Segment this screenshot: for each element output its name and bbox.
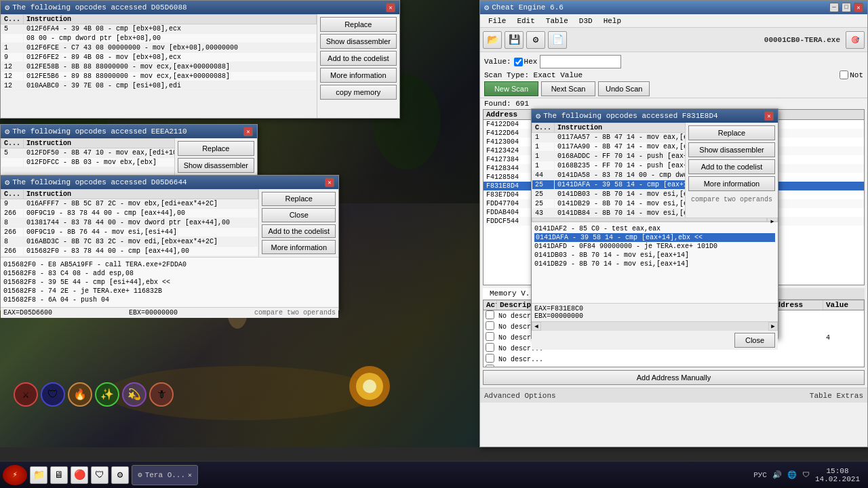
scroll-left-btn[interactable]: ◀ [532, 322, 541, 331]
close-button-4[interactable]: Close [734, 333, 775, 348]
toolbar-btn-4[interactable]: 📄 [548, 31, 567, 49]
new-scan-button[interactable]: New Scan [484, 81, 538, 96]
table-row[interactable]: 250141DB03 - 8B 70 14 - mov esi,[eax+14] [532, 190, 685, 199]
table-row[interactable]: 5012F6FA4 - 39 4B 08 - cmp [ebx+08],ecx [1, 24, 317, 34]
add-to-codelist-button-1[interactable]: Add to the codelist [320, 51, 397, 66]
table-row[interactable]: 430141DB84 - 8B 70 14 - mov esi,[eax+14] [532, 209, 685, 218]
replace-button-1[interactable]: Replace [320, 17, 397, 32]
svg-point-0 [105, 366, 376, 420]
table-row[interactable]: 10117AA90 - 8B 47 14 - mov eax,[edi+14] [532, 142, 685, 152]
advanced-options-btn[interactable]: Advanced Options [484, 392, 556, 400]
ce-close-btn[interactable]: ✕ [854, 3, 863, 12]
table-row[interactable]: 012FDFCC - 8B 03 - mov ebx,[ebx] [1, 158, 174, 167]
active-checkbox[interactable] [486, 343, 494, 352]
opcode-window-1-close[interactable]: ✕ [386, 3, 395, 12]
table-row[interactable]: 26600F9C19 - 8B 76 44 - mov esi,[esi+44] [1, 228, 258, 237]
network-icon[interactable]: 🌐 [787, 470, 797, 479]
close-button-3[interactable]: Close [262, 208, 336, 222]
menu-help[interactable]: Help [598, 16, 627, 26]
table-row[interactable]: 266015682F0 - 83 78 44 00 - cmp [eax+44]… [1, 247, 258, 256]
active-checkbox[interactable] [486, 332, 494, 341]
toolbar-btn-1[interactable]: 📂 [483, 31, 502, 49]
add-codelist-button-3[interactable]: Add to the codelist [262, 224, 336, 239]
value-label: Value: [484, 58, 511, 66]
menu-table[interactable]: Table [540, 16, 574, 26]
table-row[interactable]: 10117AA57 - 8B 47 14 - mov eax,[edi+14] [532, 133, 685, 142]
taskbar-quicklaunch-3[interactable]: 🔴 [71, 466, 88, 484]
table-row[interactable]: 08 00 - cmp dword ptr [ebx+08],00 [1, 34, 317, 43]
table-row[interactable]: 12012FE58B - 8B 88 88000000 - mov ecx,[e… [1, 62, 317, 72]
taskbar-quicklaunch-4[interactable]: 🛡 [91, 466, 108, 484]
table-row[interactable]: 12012FE5B6 - 89 88 88000000 - mov ecx,[e… [1, 72, 317, 81]
value-input[interactable]: D05D6600 [540, 55, 621, 68]
list-item: 015682F8 - 74 2E - je TERA.exe+ 116832B [3, 287, 336, 296]
shield-icon[interactable]: 🛡 [802, 470, 810, 479]
not-checkbox[interactable] [840, 70, 848, 79]
opcode-window-3-table-area: C... Instruction 9016AFFF7 - 8B 5C 87 2C… [1, 189, 258, 257]
col-count-4: C... [532, 123, 555, 133]
ce-minimize-btn[interactable]: ─ [829, 3, 839, 12]
table-row[interactable]: 9016AFFF7 - 8B 5C 87 2C - mov ebx,[edi+e… [1, 199, 258, 209]
volume-icon[interactable]: 🔊 [772, 470, 782, 479]
time-display: 15:08 [815, 467, 860, 475]
active-checkbox[interactable] [486, 365, 494, 367]
table-row[interactable]: 440141DA58 - 83 78 14 00 - cmp dword ptr… [532, 171, 685, 180]
table-row[interactable]: 801381744 - 83 78 44 00 - mov dword ptr … [1, 218, 258, 228]
table-row[interactable]: 10168B235 - FF 70 14 - push [eax+14] [532, 161, 685, 171]
system-tray: РУС 🔊 🌐 🛡 15:08 14.02.2021 [753, 467, 865, 483]
toolbar-btn-3[interactable]: ⚙ [526, 31, 545, 49]
table-row[interactable]: 10168ADDC - FF 70 14 - push [eax+14] [532, 152, 685, 161]
show-disassembler-button-1[interactable]: Show disassembler [320, 34, 397, 49]
op4-scrollbar: ▶ [532, 218, 778, 222]
active-checkbox[interactable] [486, 354, 494, 363]
table-row[interactable]: 1001000A7F - 8B 76 44 - mov esi,[esi+44] [1, 256, 258, 258]
taskbar-quicklaunch-1[interactable]: 📁 [30, 466, 47, 484]
taskbar-quicklaunch-2[interactable]: 🖥 [50, 466, 68, 484]
next-scan-button[interactable]: Next Scan [541, 81, 595, 96]
more-info-button-4[interactable]: More information [688, 176, 775, 191]
scroll-track[interactable] [541, 322, 768, 331]
taskbar-tera-item[interactable]: ⚙ Tera O... ✕ [132, 465, 198, 485]
menu-file[interactable]: File [483, 16, 511, 26]
menu-d3d[interactable]: D3D [574, 16, 598, 26]
op4-hscroll-right[interactable]: ▶ [767, 218, 778, 222]
replace-button-4[interactable]: Replace [688, 125, 775, 140]
replace-button-2[interactable]: Replace [178, 141, 254, 156]
taskbar-tera-close[interactable]: ✕ [188, 471, 192, 479]
add-codelist-button-4[interactable]: Add to the codelist [688, 159, 775, 174]
show-disassembler-button-2[interactable]: Show disassembler [178, 158, 254, 173]
table-row[interactable]: 8016ABD3C - 8B 7C 83 2C - mov edi,[ebx+e… [1, 237, 258, 247]
op4-hscroll[interactable] [532, 218, 767, 222]
list-item[interactable]: No descr... 4 [484, 365, 864, 367]
more-info-button-3[interactable]: More information [262, 240, 336, 254]
ce-maximize-btn[interactable]: □ [842, 3, 851, 12]
table-extras-btn[interactable]: Table Extras [810, 392, 863, 400]
start-icon: ⚡ [12, 470, 17, 480]
replace-button-3[interactable]: Replace [262, 192, 336, 206]
active-checkbox[interactable] [486, 321, 494, 330]
start-button[interactable]: ⚡ [3, 465, 27, 485]
scroll-right-btn[interactable]: ▶ [768, 322, 778, 331]
table-row[interactable]: 9012F6FE2 - 89 4B 08 - mov [ebx+08],ecx [1, 53, 317, 62]
table-row[interactable]: 5012FDF50 - 8B 47 10 - mov eax,[edi+10] [1, 148, 174, 158]
undo-scan-button[interactable]: Undo Scan [598, 81, 650, 96]
show-disassembler-button-4[interactable]: Show disassembler [688, 142, 775, 157]
list-item[interactable]: No descr... [484, 354, 864, 365]
table-row[interactable]: 1012F6FCE - C7 43 08 00000000 - mov [ebx… [1, 43, 317, 53]
table-row[interactable]: 26600F9C19 - 83 78 44 00 - cmp [eax+44],… [1, 209, 258, 218]
hex-checkbox[interactable] [514, 58, 523, 66]
table-row[interactable]: 250141DB29 - 8B 70 14 - mov esi,[eax+14] [532, 199, 685, 209]
table-row[interactable]: 250141DAFA - 39 58 14 - cmp [eax+14],ebx [532, 180, 685, 190]
menu-edit[interactable]: Edit [511, 16, 540, 26]
toolbar-btn-2[interactable]: 💾 [505, 31, 524, 49]
table-row[interactable]: 12010AABC0 - 39 7E 08 - cmp [esi+08],edi [1, 81, 317, 91]
ce-settings-btn[interactable]: 🎯 [846, 31, 865, 49]
copy-memory-button-1[interactable]: copy memory [320, 85, 397, 100]
opcode-window-4-close[interactable]: ✕ [764, 111, 774, 121]
opcode-window-3-close[interactable]: ✕ [325, 178, 334, 187]
more-information-button-1[interactable]: More information [320, 68, 397, 83]
taskbar-quicklaunch-5[interactable]: ⚙ [111, 466, 129, 484]
active-checkbox[interactable] [486, 310, 494, 319]
opcode-window-2-close[interactable]: ✕ [243, 127, 253, 136]
add-address-manually-button[interactable]: Add Address Manually [483, 370, 865, 385]
